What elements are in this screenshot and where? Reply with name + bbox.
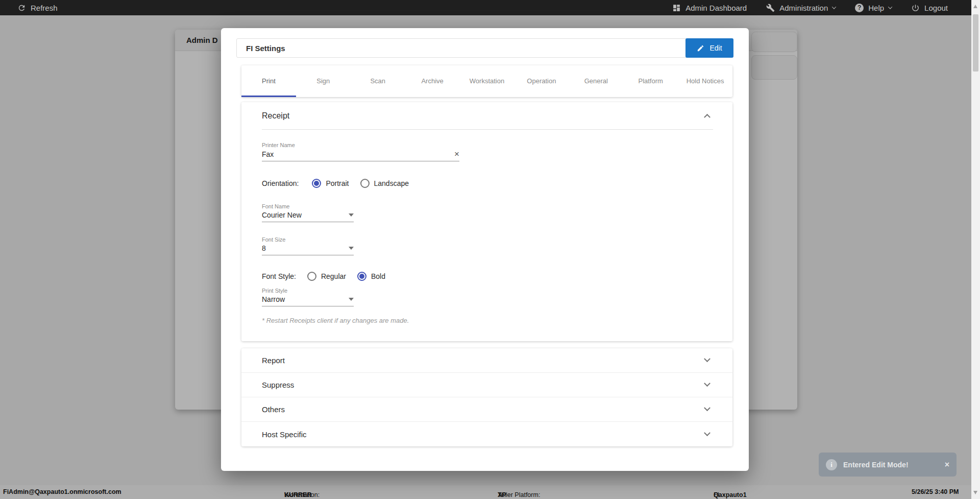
- edit-button-label: Edit: [709, 44, 722, 52]
- receipt-section: Receipt Printer Name Fax × Orientation: …: [241, 102, 732, 341]
- font-name-select[interactable]: Courier New: [262, 211, 354, 222]
- tab[interactable]: General: [569, 65, 623, 97]
- restart-note: * Restart Receipts client if any changes…: [262, 317, 712, 324]
- dropdown-caret-icon: [349, 247, 354, 250]
- toast-notification: i Entered Edit Mode! ×: [819, 453, 957, 477]
- font-size-select[interactable]: 8: [262, 244, 354, 255]
- orientation-radio-group: Orientation: Portrait Landscape: [262, 179, 712, 188]
- scroll-down-arrow-icon[interactable]: [973, 491, 977, 494]
- background-chip: [751, 55, 797, 80]
- logout-button[interactable]: Logout: [911, 4, 948, 12]
- tab[interactable]: Workstation: [460, 65, 514, 97]
- orientation-portrait-radio[interactable]: [312, 179, 321, 188]
- font-style-regular-radio[interactable]: [307, 272, 316, 281]
- section-header[interactable]: Report: [241, 348, 732, 373]
- vertical-scrollbar[interactable]: [971, 0, 980, 499]
- print-style-value: Narrow: [262, 295, 285, 303]
- chevron-down-icon: [704, 405, 710, 411]
- background-chip: [751, 32, 797, 52]
- collapsed-sections: Report Suppress Others Host Specific: [241, 348, 732, 446]
- chevron-up-icon: [704, 114, 710, 121]
- tab[interactable]: Sign: [296, 65, 351, 97]
- administration-label: Administration: [779, 4, 828, 12]
- tab[interactable]: Hold Notices: [678, 65, 732, 97]
- dropdown-caret-icon: [349, 213, 354, 217]
- info-icon: i: [826, 459, 837, 470]
- dropdown-caret-icon: [349, 298, 354, 301]
- font-size-label: Font Size: [262, 236, 712, 243]
- refresh-label: Refresh: [31, 4, 58, 12]
- status-user: FiAdmin@Qaxpauto1.onmicrosoft.com: [3, 488, 121, 495]
- dialog-title: FI Settings: [237, 44, 285, 53]
- orientation-landscape-radio[interactable]: [360, 179, 370, 188]
- printer-name-value: Fax: [262, 150, 274, 158]
- edit-button[interactable]: Edit: [685, 38, 733, 58]
- receipt-section-header[interactable]: Receipt: [241, 102, 732, 129]
- chevron-down-icon: [832, 5, 836, 9]
- help-icon: ?: [855, 4, 864, 12]
- orientation-portrait-label: Portrait: [326, 179, 349, 187]
- print-style-select[interactable]: Narrow: [262, 295, 354, 306]
- tab[interactable]: Operation: [514, 65, 569, 97]
- admin-dashboard-menu-item[interactable]: Admin Dashboard: [672, 4, 747, 12]
- scroll-up-arrow-icon[interactable]: [973, 5, 977, 8]
- font-style-label: Font Style:: [262, 272, 296, 280]
- toast-message: Entered Edit Mode!: [843, 461, 939, 469]
- help-menu-item[interactable]: ? Help: [855, 4, 892, 12]
- tab[interactable]: Platform: [623, 65, 678, 97]
- dialog-header: FI Settings Edit: [236, 38, 733, 58]
- orientation-landscape-label: Landscape: [374, 179, 409, 187]
- status-datetime: 5/26/25 3:40 PM: [912, 488, 959, 495]
- chevron-down-icon: [704, 380, 710, 387]
- status-bar: FiAdmin@Qaxpauto1.onmicrosoft.com Workst…: [0, 485, 971, 499]
- refresh-button[interactable]: Refresh: [17, 4, 58, 12]
- font-style-bold-label: Bold: [371, 272, 385, 280]
- print-style-label: Print Style: [262, 288, 712, 294]
- section-header[interactable]: Host Specific: [241, 422, 732, 446]
- pencil-icon: [697, 44, 704, 52]
- administration-menu-item[interactable]: Administration: [766, 4, 836, 12]
- top-navigation-bar: Refresh Admin Dashboard Administration ?…: [0, 0, 971, 15]
- receipt-section-body: Printer Name Fax × Orientation: Portrait…: [241, 130, 732, 324]
- printer-name-label: Printer Name: [262, 142, 712, 148]
- close-icon[interactable]: ×: [945, 460, 949, 469]
- power-icon: [911, 4, 920, 12]
- fi-settings-dialog: FI Settings Edit PrintSignScanArchiveWor…: [221, 28, 749, 471]
- background-card-title: Admin D: [186, 36, 218, 44]
- section-header[interactable]: Suppress: [241, 373, 732, 397]
- logout-label: Logout: [924, 4, 948, 12]
- orientation-label: Orientation:: [262, 179, 299, 187]
- refresh-icon: [17, 4, 26, 12]
- section-header[interactable]: Others: [241, 397, 732, 422]
- font-size-value: 8: [262, 244, 266, 252]
- tab[interactable]: Archive: [405, 65, 460, 97]
- chevron-down-icon: [704, 355, 710, 362]
- topbar-right-group: Admin Dashboard Administration ? Help Lo…: [672, 4, 948, 12]
- clear-icon[interactable]: ×: [454, 150, 459, 158]
- dashboard-icon: [672, 4, 681, 12]
- chevron-down-icon: [888, 5, 892, 9]
- help-label: Help: [868, 4, 884, 12]
- scrollbar-thumb[interactable]: [973, 14, 978, 72]
- font-style-bold-radio[interactable]: [357, 272, 366, 281]
- tab[interactable]: Scan: [351, 65, 405, 97]
- screen: Refresh Admin Dashboard Administration ?…: [0, 0, 980, 499]
- font-name-value: Courier New: [262, 211, 302, 219]
- admin-dashboard-label: Admin Dashboard: [685, 4, 747, 12]
- font-style-radio-group: Font Style: Regular Bold: [262, 272, 712, 281]
- font-style-regular-label: Regular: [321, 272, 346, 280]
- chevron-down-icon: [704, 430, 710, 436]
- receipt-section-title: Receipt: [262, 111, 289, 121]
- settings-tab-bar: PrintSignScanArchiveWorkstationOperation…: [241, 65, 732, 97]
- tab[interactable]: Print: [241, 65, 296, 97]
- font-name-label: Font Name: [262, 203, 712, 209]
- wrench-icon: [766, 4, 775, 12]
- printer-name-field[interactable]: Fax ×: [262, 150, 459, 161]
